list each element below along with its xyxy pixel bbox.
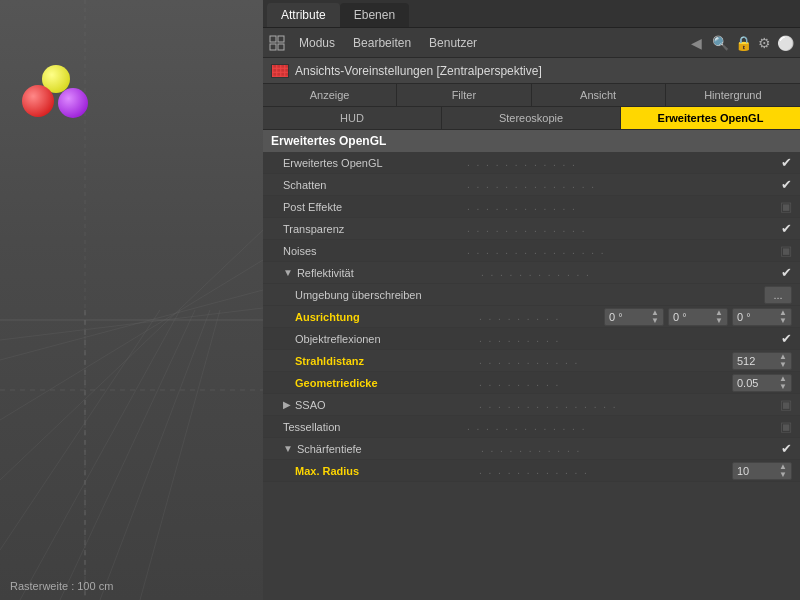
section-header-opengl: Erweitertes OpenGL — [263, 130, 800, 152]
prop-label-objektreflexionen: Objektreflexionen — [295, 333, 475, 345]
viewport: Rasterweite : 100 cm — [0, 0, 263, 600]
prop-row-ssao: ▶ SSAO . . . . . . . . . . . . . . . ▣ — [263, 394, 800, 416]
svg-line-2 — [0, 260, 263, 420]
prop-label-geometriedicke: Geometriedicke — [295, 377, 475, 389]
sub-tab-filter[interactable]: Filter — [397, 84, 531, 106]
prop-value-schaerfe[interactable]: ✔ — [781, 441, 792, 456]
sub-tab-bar-2: HUD Stereoskopie Erweitertes OpenGL — [263, 107, 800, 130]
svg-line-8 — [100, 310, 210, 600]
svg-line-6 — [20, 310, 180, 600]
svg-line-9 — [140, 310, 220, 600]
sub-tab-bar-1: Anzeige Filter Ansicht Hintergrund — [263, 84, 800, 107]
prop-label-transparenz: Transparenz — [283, 223, 463, 235]
prop-row-post-effekte: Post Effekte . . . . . . . . . . . . ▣ — [263, 196, 800, 218]
search-icon[interactable]: 🔍 — [712, 35, 729, 51]
settings-icon[interactable]: ⚙ — [758, 35, 771, 51]
reflektivitat-toggle[interactable]: ▼ — [283, 267, 293, 278]
tab-ebenen[interactable]: Ebenen — [340, 3, 409, 27]
viewport-canvas: Rasterweite : 100 cm — [0, 0, 263, 600]
svg-line-7 — [60, 310, 195, 600]
raster-label: Rasterweite : 100 cm — [10, 580, 113, 592]
bearbeiten-button[interactable]: Bearbeiten — [349, 34, 415, 52]
svg-rect-14 — [278, 36, 284, 42]
prop-row-objektreflexionen: Objektreflexionen . . . . . . . . . ✔ — [263, 328, 800, 350]
prop-row-reflektivitat: ▼ Reflektivität . . . . . . . . . . . . … — [263, 262, 800, 284]
modus-button[interactable]: Modus — [295, 34, 339, 52]
schaerfe-toggle[interactable]: ▼ — [283, 443, 293, 454]
tab-attribute[interactable]: Attribute — [267, 3, 340, 27]
ball-red — [22, 85, 54, 117]
max-radius-spinbox[interactable]: 10 ▲▼ — [732, 462, 792, 480]
prop-value-ssao[interactable]: ▣ — [780, 397, 792, 412]
ssao-toggle[interactable]: ▶ — [283, 399, 291, 410]
lock-icon[interactable]: 🔒 — [735, 35, 752, 51]
ball-purple — [58, 88, 88, 118]
prop-row-schaerfe: ▼ Schärfentiefe . . . . . . . . . . . ✔ — [263, 438, 800, 460]
ausrichtung-y-spinbox[interactable]: 0 ° ▲▼ — [668, 308, 728, 326]
prop-label-max-radius: Max. Radius — [295, 465, 475, 477]
prop-value-strahldistanz: 512 ▲▼ — [732, 352, 792, 370]
prop-value-reflektivitat[interactable]: ✔ — [781, 265, 792, 280]
prop-value-post-effekte[interactable]: ▣ — [780, 199, 792, 214]
prop-value-transparenz[interactable]: ✔ — [781, 221, 792, 236]
svg-line-4 — [0, 290, 263, 360]
sub-tab-stereoskopie[interactable]: Stereoskopie — [442, 107, 621, 129]
prop-label-reflektivitat: Reflektivität — [297, 267, 477, 279]
prop-row-tessellation: Tessellation . . . . . . . . . . . . . ▣ — [263, 416, 800, 438]
prop-row-max-radius: Max. Radius . . . . . . . . . . . . 10 ▲… — [263, 460, 800, 482]
view-title-text: Ansichts-Voreinstellungen [Zentralperspe… — [295, 64, 542, 78]
prop-label-erweitertes-opengl: Erweitertes OpenGL — [283, 157, 463, 169]
prop-label-strahldistanz: Strahldistanz — [295, 355, 475, 367]
sub-tab-hintergrund[interactable]: Hintergrund — [666, 84, 800, 106]
prop-row-noises: Noises . . . . . . . . . . . . . . . ▣ — [263, 240, 800, 262]
svg-line-3 — [0, 230, 263, 480]
dots-button[interactable]: ... — [764, 286, 792, 304]
sub-tab-anzeige[interactable]: Anzeige — [263, 84, 397, 106]
tab-bar: Attribute Ebenen — [263, 0, 800, 28]
prop-value-noises[interactable]: ▣ — [780, 243, 792, 258]
svg-rect-15 — [270, 44, 276, 50]
sub-tab-ansicht[interactable]: Ansicht — [532, 84, 666, 106]
section-title: Erweitertes OpenGL — [271, 134, 386, 148]
prop-value-erweitertes-opengl[interactable]: ✔ — [781, 155, 792, 170]
prop-row-erweitertes-opengl: Erweitertes OpenGL . . . . . . . . . . .… — [263, 152, 800, 174]
properties-panel: Erweitertes OpenGL Erweitertes OpenGL . … — [263, 130, 800, 600]
prop-label-ausrichtung: Ausrichtung — [295, 311, 475, 323]
prop-row-geometriedicke: Geometriedicke . . . . . . . . . 0.05 ▲▼ — [263, 372, 800, 394]
prop-label-ssao: SSAO — [295, 399, 475, 411]
prop-label-schatten: Schatten — [283, 179, 463, 191]
prop-row-schatten: Schatten . . . . . . . . . . . . . . ✔ — [263, 174, 800, 196]
prop-label-schaerfe: Schärfentiefe — [297, 443, 477, 455]
toolbar: Modus Bearbeiten Benutzer ◀ 🔍 🔒 ⚙ ⚪ — [263, 28, 800, 58]
prop-label-tessellation: Tessellation — [283, 421, 463, 433]
svg-line-5 — [0, 308, 263, 340]
prop-row-ausrichtung: Ausrichtung . . . . . . . . . 0 ° ▲▼ 0 °… — [263, 306, 800, 328]
prop-label-umgebung: Umgebung überschreiben — [295, 289, 422, 301]
arrow-icon: ◀ — [691, 35, 702, 51]
ausrichtung-z-spinbox[interactable]: 0 ° ▲▼ — [732, 308, 792, 326]
record-icon[interactable]: ⚪ — [777, 35, 794, 51]
geometriedicke-spinbox[interactable]: 0.05 ▲▼ — [732, 374, 792, 392]
ausrichtung-x-spinbox[interactable]: 0 ° ▲▼ — [604, 308, 664, 326]
prop-value-objektreflexionen[interactable]: ✔ — [781, 331, 792, 346]
prop-value-max-radius: 10 ▲▼ — [732, 462, 792, 480]
strahldistanz-spinbox[interactable]: 512 ▲▼ — [732, 352, 792, 370]
prop-label-noises: Noises — [283, 245, 463, 257]
benutzer-button[interactable]: Benutzer — [425, 34, 481, 52]
sub-tab-hud[interactable]: HUD — [263, 107, 442, 129]
svg-line-10 — [0, 310, 160, 550]
sub-tab-erweitertes-opengl[interactable]: Erweitertes OpenGL — [621, 107, 800, 129]
prop-row-umgebung: Umgebung überschreiben ... — [263, 284, 800, 306]
view-title-bar: Ansichts-Voreinstellungen [Zentralperspe… — [263, 58, 800, 84]
view-title-icon — [271, 64, 289, 78]
prop-value-schatten[interactable]: ✔ — [781, 177, 792, 192]
prop-row-strahldistanz: Strahldistanz . . . . . . . . . . . 512 … — [263, 350, 800, 372]
right-panel: Attribute Ebenen Modus Bearbeiten Benutz… — [263, 0, 800, 600]
prop-row-transparenz: Transparenz . . . . . . . . . . . . . ✔ — [263, 218, 800, 240]
prop-label-post-effekte: Post Effekte — [283, 201, 463, 213]
prop-value-tessellation[interactable]: ▣ — [780, 419, 792, 434]
grid-icon — [269, 35, 285, 51]
svg-rect-16 — [278, 44, 284, 50]
prop-value-geometriedicke: 0.05 ▲▼ — [732, 374, 792, 392]
prop-value-ausrichtung: 0 ° ▲▼ 0 ° ▲▼ 0 ° ▲▼ — [604, 308, 792, 326]
